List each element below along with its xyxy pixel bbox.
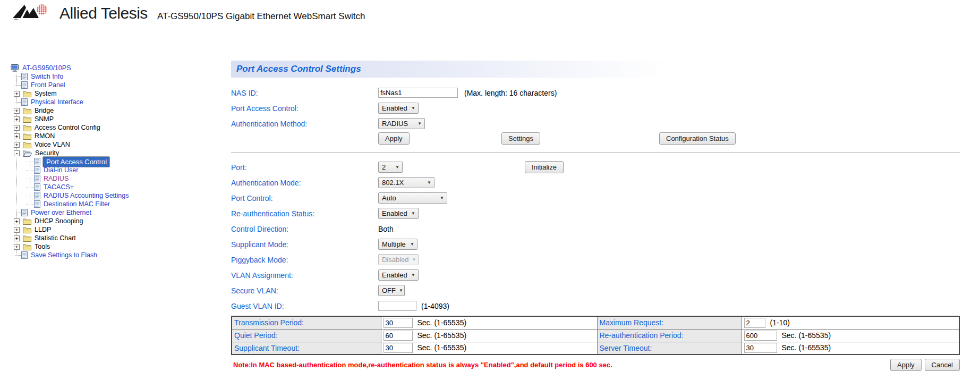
settings-button[interactable]: Settings [501,132,540,145]
computer-icon [11,64,19,72]
page-icon [21,98,28,106]
select-value: 2 [382,163,386,171]
tree-item-power-over-ethernet[interactable]: Power over Ethernet [30,209,92,216]
vlan-assignment-row: VLAN Assignment: Enabled ▼ [231,267,960,283]
tree-item-bridge[interactable]: Bridge [33,107,55,114]
secure-vlan-select[interactable]: OFF ▼ [378,285,405,296]
folder-icon [23,226,31,233]
expand-icon[interactable]: + [14,133,20,139]
tree-row: RADIUS Accounting Settings [5,191,130,200]
tree-item-statistic-chart[interactable]: Statistic Chart [33,234,77,242]
tree-item-switch-info[interactable]: Switch Info [30,73,64,80]
select-value: Disabled [382,256,409,264]
vlan-assignment-select[interactable]: Enabled ▼ [378,269,419,281]
folder-icon [23,133,31,140]
tree-item-tools[interactable]: Tools [33,243,51,250]
tree-item-voice-vlan[interactable]: Voice VLAN [33,141,71,148]
auth-method-select[interactable]: RADIUS ▼ [378,118,425,129]
tree-item-at-gs950-10ps[interactable]: AT-GS950/10PS [21,64,72,72]
nas-id-label: NAS ID: [231,89,378,97]
supplicant-timeout-input[interactable] [384,343,413,353]
tree-item-snmp[interactable]: SNMP [33,115,55,123]
expand-icon[interactable]: + [14,108,20,114]
tree-item-tacacs-[interactable]: TACACS+ [42,183,75,191]
supplicant-mode-select[interactable]: Multiple ▼ [378,239,417,250]
chevron-down-icon: ▼ [410,242,414,247]
configuration-status-button[interactable]: Configuration Status [659,132,736,145]
tree-item-security[interactable]: Security [34,149,60,157]
tree-item-system[interactable]: System [33,90,58,97]
tree-connector [21,247,22,247]
tree-row: Front Panel [5,81,130,89]
auth-mode-select[interactable]: 802.1X ▼ [378,177,434,188]
vlan-assignment-label: VLAN Assignment: [231,271,378,280]
guest-vlan-row: Guest VLAN ID: (1-4093) [231,298,960,314]
tree-item-dial-in-user[interactable]: Dial-in User [42,166,79,174]
port-row: Port: 2 ▼ Initialize [231,159,960,175]
table-row: Quiet Period: Sec. (1-65535) Re-authenti… [232,329,959,342]
quiet-period-input[interactable] [384,331,413,341]
port-select[interactable]: 2 ▼ [378,162,403,173]
page-title: Port Access Control Settings [236,64,361,74]
supplicant-mode-label: Supplicant Mode: [231,240,378,249]
nas-id-input[interactable] [378,88,458,98]
tree-row: +Access Control Config [5,123,130,132]
tree-connector [14,213,21,213]
expand-icon[interactable]: + [14,125,20,131]
tree-connector [27,204,33,205]
expand-icon[interactable]: + [14,91,20,97]
port-control-select[interactable]: Auto ▼ [378,192,447,204]
port-access-control-select[interactable]: Enabled ▼ [378,103,419,114]
server-timeout-input[interactable] [744,343,777,353]
apply-button-footer[interactable]: Apply [890,359,922,371]
guest-vlan-input[interactable] [378,301,416,311]
tree-connector [27,196,33,196]
tree-row: AT-GS950/10PS [5,64,130,72]
tree-item-save-settings-to-flash[interactable]: Save Settings to Flash [30,251,98,259]
nav-tree: AT-GS950/10PSSwitch InfoFront Panel+Syst… [5,64,130,259]
chevron-down-icon: ▼ [395,165,399,170]
chevron-down-icon: ▼ [427,180,431,185]
tree-item-lldp[interactable]: LLDP [33,226,52,233]
tree-item-rmon[interactable]: RMON [33,132,56,140]
reauth-status-select[interactable]: Enabled ▼ [378,208,419,219]
tree-item-access-control-config[interactable]: Access Control Config [33,124,101,131]
expand-icon[interactable]: + [14,235,20,241]
collapse-icon[interactable]: - [14,150,20,156]
chevron-down-icon: ▼ [411,106,415,111]
tree-row: +Statistic Chart [5,234,130,242]
auth-method-row: Authentication Method: RADIUS ▼ [231,116,960,131]
tree-item-radius[interactable]: RADIUS [42,175,70,182]
select-value: Auto [382,194,396,202]
apply-button[interactable]: Apply [378,132,410,145]
maximum-request-hint: (1-10) [770,318,790,327]
tree-connector [27,187,33,188]
tree-connector [21,153,22,154]
tree-item-radius-accounting-settings[interactable]: RADIUS Accounting Settings [42,192,130,199]
tree-item-physical-interface[interactable]: Physical Interface [30,98,84,106]
quiet-period-hint: Sec. (1-65535) [417,331,467,340]
reauth-period-input[interactable] [744,331,777,341]
tree-item-dhcp-snooping[interactable]: DHCP Snooping [33,217,84,225]
page-icon [34,192,40,199]
tree-connector [21,230,22,230]
select-value: Multiple [382,240,406,248]
expand-icon[interactable]: + [14,244,20,250]
control-direction-label: Control Direction: [231,225,378,233]
cancel-button[interactable]: Cancel [925,359,960,371]
tree-connector [21,238,22,239]
tree-item-destination-mac-filter[interactable]: Destination MAC Filter [42,200,111,208]
supplicant-timeout-cell: Sec. (1-65535) [381,342,597,355]
maximum-request-input[interactable] [744,318,765,328]
expand-icon[interactable]: + [14,116,20,122]
footer-row: Note:In MAC based-authentication mode,re… [231,359,960,371]
tree-item-front-panel[interactable]: Front Panel [30,81,66,89]
chevron-down-icon: ▼ [411,273,415,277]
transmission-period-input[interactable] [384,318,413,328]
reauth-period-hint: Sec. (1-65535) [782,331,831,340]
initialize-button[interactable]: Initialize [525,161,564,173]
expand-icon[interactable]: + [14,218,20,224]
page-icon [34,166,40,174]
expand-icon[interactable]: + [14,142,20,148]
expand-icon[interactable]: + [14,227,20,233]
